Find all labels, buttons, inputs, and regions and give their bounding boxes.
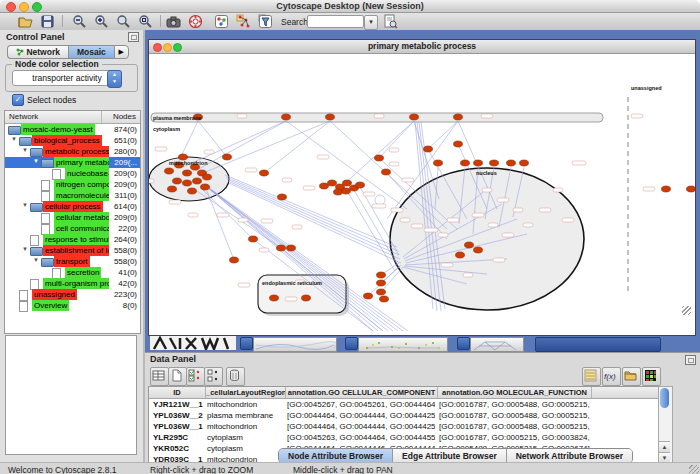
node-color-dropdown[interactable]: transporter activity — [12, 70, 122, 86]
column-header-id[interactable]: ID — [149, 388, 205, 397]
vizmapper-button[interactable] — [214, 14, 231, 29]
network-edge[interactable] — [203, 121, 330, 173]
column-header-function[interactable]: annotation.GO MOLECULAR_FUNCTION — [438, 388, 591, 397]
network-node[interactable] — [287, 245, 296, 251]
network-frame-title-bar[interactable]: primary metabolic process — [149, 40, 695, 54]
import-attributes-button[interactable] — [622, 367, 641, 386]
network-node[interactable] — [662, 186, 671, 192]
network-node[interactable] — [456, 252, 465, 258]
minimized-window-icon[interactable] — [240, 337, 253, 350]
network-node[interactable] — [364, 293, 373, 299]
zoom-selected-button[interactable] — [116, 14, 133, 29]
network-edge[interactable] — [195, 121, 286, 171]
network-node[interactable] — [520, 160, 529, 166]
snapshot-button[interactable] — [166, 14, 183, 29]
dropdown-stepper-icon[interactable]: ▲▼ — [107, 70, 122, 88]
network-node[interactable] — [382, 169, 391, 175]
network-node[interactable] — [356, 182, 365, 188]
filter-button[interactable] — [258, 14, 275, 29]
network-node[interactable] — [377, 289, 386, 295]
network-node[interactable] — [377, 280, 386, 286]
network-node[interactable] — [183, 180, 192, 186]
minimized-window-icon[interactable] — [345, 337, 358, 350]
network-node[interactable] — [270, 295, 279, 301]
network-node[interactable] — [465, 242, 474, 248]
layout-button-1[interactable] — [236, 14, 253, 29]
minimized-window-3[interactable] — [470, 337, 524, 352]
tab-node-attribute-browser[interactable]: Node Attribute Browser — [279, 449, 393, 463]
tree-row-cellular-process[interactable]: ▼cellular process614(0) — [5, 201, 140, 212]
network-node[interactable] — [230, 257, 239, 263]
tab-overflow-arrow[interactable]: ▶ — [114, 45, 129, 59]
expand-arrow-icon[interactable]: ▼ — [11, 136, 17, 142]
tab-network-attribute-browser[interactable]: Network Attribute Browser — [507, 449, 632, 463]
tree-row-metabolic-process[interactable]: ▼metabolic process280(0) — [5, 146, 140, 157]
frame-resize-grip[interactable] — [682, 306, 691, 315]
select-attributes-button[interactable] — [186, 367, 205, 386]
network-node[interactable] — [424, 146, 433, 152]
network-node[interactable] — [328, 180, 337, 186]
minimized-window-1[interactable] — [253, 337, 337, 352]
minimized-window-4[interactable] — [535, 337, 661, 352]
network-view-frame[interactable]: primary metabolic process plasma membran… — [148, 39, 696, 336]
table-scrollbar[interactable]: ▲ ▼ — [658, 386, 673, 465]
zoom-out-button[interactable] — [72, 14, 89, 29]
network-node[interactable] — [201, 184, 210, 190]
minimized-window-icon[interactable] — [457, 337, 470, 350]
network-edge[interactable] — [343, 121, 414, 185]
tree-row-macromolecule[interactable]: macromolecule311(0) — [5, 190, 140, 201]
scrollbar-thumb[interactable] — [660, 388, 669, 408]
network-node[interactable] — [223, 154, 232, 160]
help-button[interactable] — [188, 14, 205, 29]
network-node[interactable] — [454, 114, 463, 120]
network-node[interactable] — [334, 189, 343, 195]
network-edge[interactable] — [227, 179, 399, 255]
tree-row-secretion[interactable]: secretion41(0) — [5, 267, 140, 278]
network-node[interactable] — [183, 170, 192, 176]
tree-row-cell-communicat[interactable]: cell communicat22(0) — [5, 223, 140, 234]
network-node[interactable] — [277, 245, 286, 251]
network-node[interactable] — [410, 114, 419, 120]
unify-attributes-button[interactable] — [204, 367, 223, 386]
zoom-fit-button[interactable] — [138, 14, 155, 29]
tree-row-unassigned[interactable]: unassigned223(0) — [5, 289, 140, 300]
network-node[interactable] — [343, 180, 352, 186]
tree-row-overview[interactable]: Overview8(0) — [5, 300, 140, 311]
network-node[interactable] — [278, 194, 287, 200]
network-node[interactable] — [474, 247, 483, 253]
select-nodes-checkbox[interactable]: ✓ — [12, 94, 24, 106]
network-canvas[interactable]: plasma membranecytoplasmmitochondrionnuc… — [149, 54, 695, 335]
network-node[interactable] — [203, 174, 212, 180]
tree-row-response-to-stimulu[interactable]: response to stimulu264(0) — [5, 234, 140, 245]
column-header-region[interactable]: _cellularLayoutRegion — [206, 388, 285, 397]
tree-row-transport[interactable]: ▼transport558(0) — [5, 256, 140, 267]
network-node[interactable] — [687, 186, 696, 192]
network-edge[interactable] — [379, 121, 414, 158]
network-node[interactable] — [507, 160, 516, 166]
expand-arrow-icon[interactable]: ▼ — [22, 202, 28, 208]
tab-mosaic[interactable]: Mosaic — [68, 45, 114, 59]
birdseye-view[interactable] — [5, 335, 137, 455]
tree-row-nitrogen-compo[interactable]: nitrogen compo209(0) — [5, 179, 140, 190]
attribute-table-button[interactable] — [150, 367, 169, 386]
network-node[interactable] — [320, 183, 329, 189]
tree-row-biological-process[interactable]: ▼biological_process651(0) — [5, 135, 140, 146]
expand-arrow-icon[interactable]: ▼ — [22, 246, 28, 252]
tab-edge-attribute-browser[interactable]: Edge Attribute Browser — [393, 449, 507, 463]
network-node[interactable] — [375, 155, 384, 161]
formula-button[interactable]: f(x) — [602, 367, 621, 386]
network-edge[interactable] — [347, 191, 395, 271]
advanced-search-button[interactable] — [383, 14, 400, 29]
open-session-button[interactable] — [18, 14, 35, 29]
network-node[interactable] — [282, 114, 291, 120]
network-node[interactable] — [193, 178, 202, 184]
expand-arrow-icon[interactable]: ▼ — [33, 158, 39, 164]
network-node[interactable] — [173, 178, 182, 184]
network-node[interactable] — [380, 296, 389, 302]
column-header-component[interactable]: annotation.GO CELLULAR_COMPONENT — [286, 388, 437, 397]
network-node[interactable] — [342, 188, 351, 194]
network-node[interactable] — [490, 160, 499, 166]
table-row-ypl036w__2[interactable]: YPL036W__2plasma membrane[GO:0044464, GO… — [149, 410, 659, 421]
network-node[interactable] — [377, 272, 386, 278]
network-node[interactable] — [326, 114, 335, 120]
